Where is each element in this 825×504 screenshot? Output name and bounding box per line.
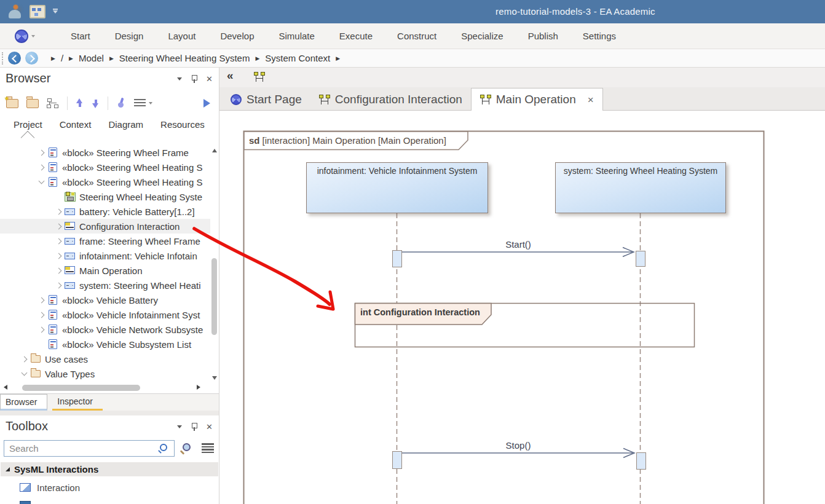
ribbon-menu-item[interactable]: Design <box>103 23 156 49</box>
collapse-toolbar-icon[interactable]: « <box>227 69 234 82</box>
toolbar-grip[interactable] <box>2 52 4 65</box>
scroll-right-icon[interactable] <box>197 385 200 390</box>
tree-item[interactable]: Steering Wheel Heating Syste <box>0 189 210 204</box>
document-tab[interactable]: Start Page <box>222 89 310 110</box>
expand-arrow-icon[interactable] <box>53 269 64 273</box>
app-logo-icon[interactable] <box>15 30 28 43</box>
lifeline-head-infotainment[interactable]: infotainment: Vehicle Infotainment Syste… <box>306 162 488 213</box>
browser-tab[interactable]: Diagram <box>101 118 151 134</box>
breadcrumb-item[interactable]: Model <box>79 53 104 63</box>
hamburger-caret-icon[interactable] <box>149 102 152 104</box>
expand-arrow-icon[interactable] <box>36 151 47 155</box>
ribbon-menu-item[interactable]: Settings <box>570 23 628 49</box>
hamburger-menu-icon[interactable] <box>134 99 146 108</box>
tree-item[interactable]: Use cases <box>0 352 210 366</box>
ribbon-menu-item[interactable]: Construct <box>385 23 449 49</box>
move-down-icon[interactable] <box>92 98 100 108</box>
pin-icon[interactable] <box>191 75 197 83</box>
breadcrumb-item[interactable]: Steering Wheel Heating System <box>119 53 250 63</box>
back-button[interactable] <box>8 52 21 65</box>
forward-button[interactable] <box>25 52 38 65</box>
new-model-icon[interactable] <box>6 99 18 108</box>
activation-bar[interactable] <box>392 451 402 469</box>
lifeline-head-system[interactable]: system: Steering Wheel Heating System <box>555 162 726 213</box>
expand-panel-icon[interactable] <box>203 99 210 108</box>
panel-menu-icon[interactable] <box>177 425 182 428</box>
toolbox-menu-icon[interactable] <box>202 443 214 453</box>
breadcrumb-item[interactable]: System Context <box>265 53 330 63</box>
package-structure-icon[interactable] <box>47 98 59 109</box>
tree-horizontal-scrollbar[interactable] <box>0 382 204 393</box>
app-window-icon[interactable] <box>30 5 45 18</box>
document-tab[interactable]: Configuration Interaction <box>310 89 471 110</box>
close-icon[interactable]: ✕ <box>206 75 213 83</box>
expand-arrow-icon[interactable] <box>53 210 64 214</box>
tree-item[interactable]: battery: Vehicle Battery[1..2] <box>0 204 210 219</box>
tree-item[interactable]: Value Types <box>0 366 210 381</box>
tree-item[interactable]: «block» Vehicle Infotainment Syst <box>0 307 210 322</box>
tree-item[interactable]: «block» Steering Wheel Heating S <box>0 175 210 189</box>
document-tab[interactable]: Main Operation × <box>471 88 603 111</box>
chevron-down-icon[interactable] <box>53 10 58 14</box>
expand-arrow-icon[interactable] <box>36 181 47 183</box>
tree-item[interactable]: Main Operation <box>0 263 210 278</box>
tree-item[interactable]: «block» Vehicle Subsystem List <box>0 337 210 352</box>
panel-menu-icon[interactable] <box>177 77 182 81</box>
search-input[interactable] <box>4 440 175 457</box>
expand-arrow-icon[interactable] <box>53 254 64 258</box>
expand-arrow-icon[interactable] <box>53 283 64 288</box>
activation-bar[interactable] <box>636 251 645 267</box>
browser-tab[interactable]: Project <box>6 118 50 134</box>
tree-item[interactable]: frame: Steering Wheel Frame <box>0 234 210 248</box>
ribbon-menu-item[interactable]: Execute <box>327 23 385 49</box>
expand-arrow-icon[interactable] <box>53 224 64 229</box>
scroll-down-icon[interactable] <box>212 376 217 380</box>
tree-item[interactable]: «block» Vehicle Battery <box>0 293 210 307</box>
ribbon-menu-item[interactable]: Simulate <box>266 23 326 49</box>
ribbon-menu-item[interactable]: Layout <box>156 23 208 49</box>
scrollbar-thumb[interactable] <box>211 258 217 335</box>
toolbox-section-header[interactable]: SysML Interactions <box>1 462 218 476</box>
close-tab-icon[interactable]: × <box>588 95 594 105</box>
find-toolbox-item-icon[interactable] <box>183 443 191 451</box>
user-icon[interactable] <box>7 4 22 20</box>
tree-item[interactable]: infotainment: Vehicle Infotain <box>0 248 210 263</box>
message-label-start[interactable]: Start() <box>469 239 567 250</box>
dock-tab[interactable]: Inspector <box>52 394 103 411</box>
locate-icon[interactable] <box>116 98 126 109</box>
logo-chevron-icon[interactable] <box>31 35 35 37</box>
expand-arrow-icon[interactable] <box>36 298 47 302</box>
tree-item[interactable]: Configuration Interaction <box>0 219 210 234</box>
scroll-left-icon[interactable] <box>4 385 7 390</box>
expand-arrow-icon[interactable] <box>36 313 47 317</box>
tree-item[interactable]: «block» Steering Wheel Frame <box>0 145 210 160</box>
tree-vertical-scrollbar[interactable] <box>210 146 219 382</box>
tree-item[interactable]: «block» Steering Wheel Heating S <box>0 160 210 175</box>
close-icon[interactable]: ✕ <box>206 423 213 431</box>
section-collapse-icon[interactable] <box>6 467 10 471</box>
expand-arrow-icon[interactable] <box>18 357 30 361</box>
activation-bar[interactable] <box>636 452 646 470</box>
expand-arrow-icon[interactable] <box>36 165 47 170</box>
search-icon[interactable] <box>160 444 167 451</box>
message-label-stop[interactable]: Stop() <box>469 440 567 451</box>
new-package-icon[interactable] <box>26 99 39 108</box>
expand-arrow-icon[interactable] <box>18 372 30 375</box>
dock-tab[interactable]: Browser <box>0 394 47 411</box>
interaction-ref-label[interactable]: int Configuration Interaction <box>360 307 480 317</box>
browser-tab[interactable]: Resources <box>153 118 212 134</box>
tree-item[interactable]: system: Steering Wheel Heati <box>0 278 210 293</box>
sequence-diagram-icon[interactable] <box>254 72 265 82</box>
ribbon-menu-item[interactable]: Publish <box>516 23 570 49</box>
browser-tab[interactable]: Context <box>52 118 99 134</box>
diagram-canvas[interactable]: sd[interaction] Main Operation [Main Ope… <box>219 111 825 504</box>
tree-item[interactable]: «block» Vehicle Network Subsyste <box>0 322 210 337</box>
scroll-up-icon[interactable] <box>212 149 217 152</box>
expand-arrow-icon[interactable] <box>36 328 47 332</box>
pin-icon[interactable] <box>191 423 197 431</box>
activation-bar[interactable] <box>392 250 402 267</box>
move-up-icon[interactable] <box>76 98 84 108</box>
ribbon-menu-item[interactable]: Start <box>58 23 103 49</box>
scrollbar-thumb[interactable] <box>22 385 140 391</box>
toolbox-item[interactable]: Interaction <box>0 479 219 495</box>
